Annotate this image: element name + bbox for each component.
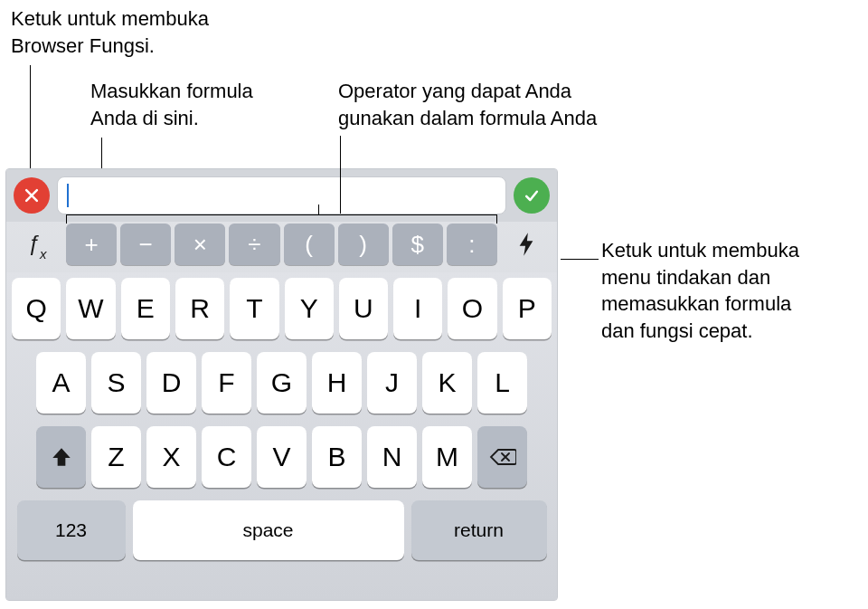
return-key[interactable]: return: [411, 500, 547, 560]
key-A[interactable]: A: [36, 352, 86, 414]
key-G[interactable]: G: [257, 352, 307, 414]
operator-key-$[interactable]: $: [392, 224, 443, 265]
key-H[interactable]: H: [312, 352, 362, 414]
operator-key-−[interactable]: −: [120, 224, 171, 265]
key-K[interactable]: K: [422, 352, 472, 414]
text-cursor: [67, 184, 69, 207]
callout-line: [340, 136, 341, 214]
operator-group: +−×÷()$:: [66, 224, 497, 265]
operator-key-)[interactable]: ): [338, 224, 389, 265]
key-T[interactable]: T: [230, 278, 278, 339]
callout-operators: Operator yang dapat Andagunakan dalam fo…: [338, 78, 646, 131]
key-B[interactable]: B: [312, 426, 362, 488]
key-P[interactable]: P: [503, 278, 552, 339]
operator-key-÷[interactable]: ÷: [229, 224, 279, 265]
key-E[interactable]: E: [121, 278, 170, 339]
shift-key[interactable]: [36, 426, 86, 488]
operator-key-:[interactable]: :: [447, 224, 497, 265]
numeric-switch-key[interactable]: 123: [17, 500, 126, 560]
callout-line: [561, 259, 599, 260]
space-key[interactable]: space: [133, 500, 404, 560]
key-F[interactable]: F: [202, 352, 251, 414]
keyboard-row-1: QWERTYUIOP: [12, 278, 552, 339]
accept-button[interactable]: [514, 177, 550, 214]
checkmark-icon: [523, 186, 541, 205]
key-N[interactable]: N: [367, 426, 417, 488]
key-L[interactable]: L: [477, 352, 527, 414]
key-Q[interactable]: Q: [12, 278, 61, 339]
callout-formula-input: Masukkan formulaAnda di sini.: [90, 78, 326, 131]
keyboard-row-4: 123 space return: [12, 500, 552, 560]
callout-fx-browser: Ketuk untuk membukaBrowser Fungsi.: [11, 5, 282, 59]
formula-input[interactable]: [57, 176, 506, 214]
key-U[interactable]: U: [339, 278, 388, 339]
fx-browser-button[interactable]: ƒx: [14, 224, 61, 265]
fx-label: ƒx: [28, 231, 47, 259]
key-I[interactable]: I: [393, 278, 442, 339]
keyboard-row-3: ZXCVBNM: [12, 426, 552, 488]
key-Y[interactable]: Y: [285, 278, 334, 339]
key-Z[interactable]: Z: [91, 426, 141, 488]
backspace-icon: [489, 446, 516, 468]
qwerty-keyboard: QWERTYUIOP ASDFGHJKL ZXCVBNM 123 space r…: [6, 272, 557, 600]
cancel-button[interactable]: [14, 177, 50, 214]
operator-key-([interactable]: (: [284, 224, 335, 265]
key-C[interactable]: C: [202, 426, 251, 488]
key-S[interactable]: S: [91, 352, 141, 414]
key-D[interactable]: D: [146, 352, 196, 414]
operator-key-+[interactable]: +: [66, 224, 117, 265]
key-R[interactable]: R: [175, 278, 224, 339]
backspace-key[interactable]: [477, 426, 527, 488]
close-icon: [23, 186, 41, 205]
operator-row: ƒx +−×÷()$:: [6, 222, 557, 272]
keyboard-row-2: ASDFGHJKL: [12, 352, 552, 414]
shift-icon: [50, 445, 73, 469]
key-O[interactable]: O: [448, 278, 496, 339]
key-M[interactable]: M: [422, 426, 472, 488]
formula-keyboard-panel: ƒx +−×÷()$: QWERTYUIOP ASDFGHJKL ZXCVBNM…: [5, 168, 558, 601]
key-W[interactable]: W: [66, 278, 115, 339]
quick-action-button[interactable]: [503, 224, 550, 265]
key-J[interactable]: J: [367, 352, 417, 414]
bolt-icon: [516, 231, 536, 258]
operator-bracket: [66, 214, 497, 224]
key-X[interactable]: X: [146, 426, 196, 488]
key-V[interactable]: V: [257, 426, 307, 488]
callout-action-menu: Ketuk untuk membukamenu tindakan danmema…: [601, 237, 863, 345]
operator-key-×[interactable]: ×: [175, 224, 225, 265]
